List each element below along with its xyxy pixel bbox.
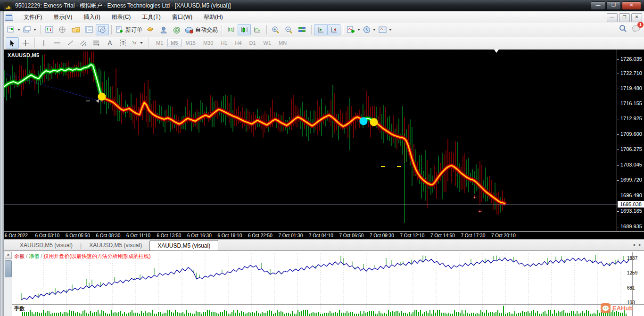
graph-axis-label: 103 [627, 300, 635, 305]
menu-item-3[interactable]: 图表(C) [106, 12, 137, 23]
graph-axis-label: 681 [627, 285, 635, 291]
timeframe-H1[interactable]: H1 [217, 39, 231, 47]
menu-item-1[interactable]: 显示(V) [48, 12, 78, 23]
menu-item-0[interactable]: 文件(F) [18, 12, 48, 23]
watermark-text: EAHub [612, 305, 633, 312]
mdi-restore-button[interactable]: ❐ [619, 13, 630, 22]
tab-scroll-arrows[interactable]: ◂▸ [633, 242, 641, 247]
lots-histogram[interactable] [12, 305, 644, 316]
new-chart-button[interactable] [6, 24, 22, 35]
candlestick-button[interactable] [238, 24, 251, 35]
time-axis-label: 7 Oct 06:50 [339, 233, 364, 238]
time-axis-label: 7 Oct 01:30 [279, 233, 303, 238]
arrows-button[interactable] [130, 37, 144, 49]
indicators-button[interactable] [346, 24, 362, 35]
chart-window[interactable]: XAUUSD,M5 1695.038 1726.0351722.7101719.… [4, 49, 644, 240]
time-axis-label: 7 Oct 17:30 [461, 233, 486, 238]
chart-window-icon [5, 14, 13, 21]
close-button[interactable]: ✕ [622, 1, 641, 10]
community-button[interactable] [157, 24, 170, 35]
chart-tab-0[interactable]: XAUUSD,M5 (visual) [12, 241, 80, 250]
balance-graph[interactable] [12, 251, 644, 304]
chart-tab-2[interactable]: XAUUSD,M5 (visual) [149, 240, 218, 251]
cursor-button[interactable] [6, 37, 19, 49]
chart-shift-button[interactable] [327, 24, 340, 35]
mdi-close-button[interactable]: ✕ [631, 13, 642, 22]
timeframe-D1[interactable]: D1 [246, 39, 259, 47]
horizontal-line-button[interactable] [50, 37, 64, 49]
svg-text:F: F [98, 43, 100, 47]
navigator-button[interactable] [69, 24, 83, 35]
line-chart-button[interactable] [251, 24, 264, 35]
trendline-button[interactable] [64, 37, 77, 49]
time-axis-label: 7 Oct 09:30 [370, 233, 394, 238]
search-icon[interactable] [619, 25, 627, 33]
notifications-icon[interactable]: 1 [632, 25, 640, 32]
timeframe-M1[interactable]: M1 [153, 39, 166, 47]
tab-scroll-right-icon[interactable]: ▸ [639, 242, 641, 247]
price-axis-label: 1696.490 [620, 192, 642, 198]
text-button[interactable]: A [103, 37, 116, 49]
time-axis-label: 6 Oct 11:10 [126, 233, 150, 238]
price-tick [617, 180, 619, 181]
auto-scroll-button[interactable] [314, 24, 327, 35]
restore-button[interactable]: ❐ [606, 1, 621, 10]
title-bar: 95012229: Exness-Trial - 模拟帐户 - Exness T… [0, 0, 644, 11]
fibonacci-button[interactable]: F [90, 37, 103, 49]
new-order-button[interactable]: 新订单 [114, 24, 144, 35]
svg-text:E: E [85, 43, 87, 47]
timeframe-M30[interactable]: M30 [200, 39, 216, 47]
graph-axis-label: 1259 [627, 270, 637, 275]
zoom-in-button[interactable] [269, 24, 282, 35]
timeframe-M15[interactable]: M15 [182, 39, 199, 47]
menu-item-2[interactable]: 插入(I) [78, 12, 106, 23]
profiles-button[interactable] [22, 24, 38, 35]
data-window-button[interactable] [56, 24, 69, 35]
mdi-window-buttons: —❐✕ [607, 13, 642, 22]
menu-item-5[interactable]: 窗口(W) [166, 12, 198, 23]
menu-item-6[interactable]: 帮助(H) [198, 12, 229, 23]
time-axis-label: 6 Oct 19:10 [218, 233, 242, 238]
eahub-logo-icon [601, 303, 611, 313]
autotrading-button[interactable]: 自动交易 [183, 24, 219, 35]
price-tick [617, 150, 619, 150]
mdi-minimize-button[interactable]: — [607, 13, 618, 22]
tab-scroll-left-icon[interactable]: ◂ [633, 242, 635, 247]
chart-tab-1[interactable]: XAUUSD,M5 (visual) [82, 241, 149, 250]
panel-close-icon[interactable]: × [5, 252, 12, 259]
price-tick [617, 74, 619, 74]
signals-button[interactable] [170, 24, 183, 35]
price-tick [617, 104, 619, 104]
timeframe-H4[interactable]: H4 [231, 39, 245, 47]
terminal-button[interactable] [83, 24, 96, 35]
tile-windows-button[interactable] [296, 24, 309, 35]
zoom-out-button[interactable] [282, 24, 296, 35]
timeframe-W1[interactable]: W1 [260, 39, 275, 47]
time-axis-label: 6 Oct 05:50 [66, 233, 90, 238]
vertical-line-button[interactable] [37, 37, 50, 49]
minimize-button[interactable]: — [591, 1, 605, 10]
price-tick [617, 119, 619, 119]
equidistant-channel-button[interactable]: E [77, 37, 90, 49]
price-axis-label: 1689.935 [620, 224, 642, 229]
panel-grip[interactable] [5, 260, 12, 277]
periods-button[interactable] [362, 24, 377, 35]
market-watch-button[interactable] [43, 24, 56, 35]
templates-button[interactable] [377, 24, 393, 35]
panel-chrome: × [4, 251, 12, 316]
price-tick [617, 134, 619, 135]
timeframe-M5[interactable]: M5 [167, 39, 181, 47]
time-axis-label: 6 Oct 16:30 [187, 233, 212, 238]
strategy-tester-button[interactable] [96, 24, 109, 35]
price-tick [617, 89, 619, 89]
toolbar-right-icons: 1 [619, 25, 640, 33]
price-scale[interactable]: 1695.038 1726.0351722.7101719.4801716.15… [617, 50, 644, 231]
metaeditor-button[interactable] [144, 24, 157, 35]
crosshair-button[interactable] [19, 37, 32, 49]
timeframe-MN[interactable]: MN [275, 39, 290, 47]
menu-item-4[interactable]: 工具(T) [136, 12, 166, 23]
price-chart-canvas[interactable] [4, 50, 617, 231]
lots-label: 手数 [14, 305, 25, 312]
text-label-button[interactable]: T [116, 37, 130, 49]
bar-chart-button[interactable] [224, 24, 238, 35]
